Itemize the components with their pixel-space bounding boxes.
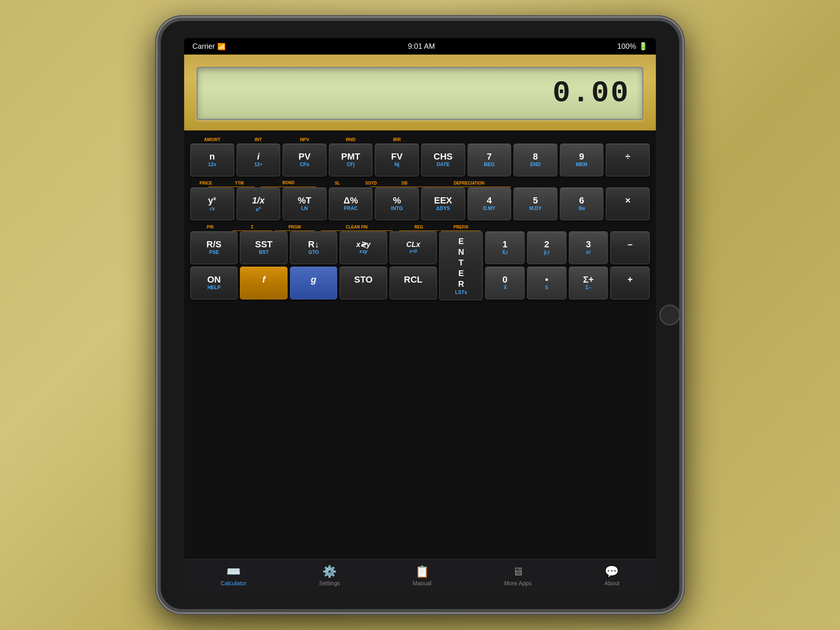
br3-pr: P/R xyxy=(190,223,230,231)
btn-eex[interactable]: EEX ΔDYS xyxy=(421,187,465,220)
label-amort: AMORT xyxy=(190,135,234,144)
btn-on[interactable]: ON HELP xyxy=(190,267,237,299)
battery-label: 100% xyxy=(617,42,636,51)
btn-enter-content: E N T E R xyxy=(458,236,464,289)
status-bar: Carrier 📶 9:01 AM 100% 🔋 xyxy=(184,38,656,55)
btn-enter[interactable]: E N T E R LSTx xyxy=(439,231,483,300)
btn-chs[interactable]: CHS DATE xyxy=(421,144,465,176)
btn-minus-main: – xyxy=(628,240,632,249)
btn-xy[interactable]: x≷y x≤y xyxy=(340,231,387,264)
btn-n[interactable]: n 12x xyxy=(190,144,234,176)
btn-yx[interactable]: yx √x xyxy=(190,187,234,220)
btn-0-sub: x̄ xyxy=(504,285,507,291)
home-button[interactable] xyxy=(660,305,680,325)
rows-3-4-right: 1 x̂,r 2 ŷ,r 3 n! xyxy=(485,231,650,300)
btn-5[interactable]: 5 M.DY xyxy=(514,187,557,220)
btn-0[interactable]: 0 x̄ xyxy=(485,267,525,299)
btn-rd[interactable]: R↓ GTO xyxy=(290,231,337,264)
empty-br1 xyxy=(518,179,549,187)
btn-div[interactable]: ÷ xyxy=(606,144,650,176)
btn-g[interactable]: g . xyxy=(290,267,337,299)
btn-8[interactable]: 8 END xyxy=(514,144,557,176)
btn-rcl-main: RCL xyxy=(404,275,422,284)
btn-sst[interactable]: SST BST xyxy=(240,231,287,264)
btn-pct[interactable]: %T LN xyxy=(283,187,326,220)
btn-sst-main: SST xyxy=(255,240,273,249)
btn-dot-sub: S xyxy=(545,285,548,291)
btn-i[interactable]: i 12÷ xyxy=(237,144,281,176)
empty-r3b xyxy=(525,223,565,231)
btn-dpct[interactable]: Δ% FRAC xyxy=(329,187,373,220)
btn-dot[interactable]: • S xyxy=(527,267,566,299)
bracket-db: DB xyxy=(389,179,420,187)
btn-6[interactable]: 6 x̄w xyxy=(560,187,604,220)
btn-chs-main: CHS xyxy=(434,152,452,161)
tab-settings[interactable]: ⚙️ Settings xyxy=(311,562,348,590)
btn-dot-main: • xyxy=(545,275,548,284)
empty-br3 xyxy=(585,179,616,187)
btn-clx-main: CLx xyxy=(406,241,420,248)
tab-settings-label: Settings xyxy=(319,580,340,587)
btn-f[interactable]: f . xyxy=(240,267,287,299)
btn-4-sub: D.MY xyxy=(483,206,495,212)
btn-pmt-main: PMT xyxy=(341,152,360,161)
btn-rcl[interactable]: RCL . xyxy=(390,267,437,299)
btn-plus[interactable]: + . xyxy=(610,267,650,299)
btn-1[interactable]: 1 x̂,r xyxy=(485,231,525,264)
btn-dpct-sub: FRAC xyxy=(344,206,357,212)
btn-eex-main: EEX xyxy=(434,196,452,205)
wifi-icon: 📶 xyxy=(217,43,226,50)
key-row-3-right: 1 x̂,r 2 ŷ,r 3 n! xyxy=(485,231,650,264)
btn-sst-sub: BST xyxy=(259,250,269,256)
label-empty1 xyxy=(421,135,465,144)
btn-percent[interactable]: % INTG xyxy=(375,187,419,220)
keyboard-section: AMORT INT NPV RND IRR n 12x xyxy=(184,130,656,559)
btn-fv[interactable]: FV Nj xyxy=(375,144,419,176)
btn-9-sub: MEM xyxy=(576,162,587,168)
btn-clx[interactable]: CLx x=0 xyxy=(390,231,437,264)
btn-pmt[interactable]: PMT CFj xyxy=(329,144,373,176)
btn-2[interactable]: 2 ŷ,r xyxy=(527,231,566,264)
btn-9-main: 9 xyxy=(579,152,584,161)
btn-sto[interactable]: STO . xyxy=(340,267,387,299)
btn-xy-main: x≷y xyxy=(356,241,370,248)
btn-3[interactable]: 3 n! xyxy=(569,231,608,264)
btn-rs[interactable]: R/S PSE xyxy=(190,231,237,264)
btn-g-main: g xyxy=(311,275,316,284)
row2-brackets: PRICE YTM BOND SL SOYD xyxy=(190,179,650,187)
btn-9[interactable]: 9 MEM xyxy=(560,144,604,176)
btn-4[interactable]: 4 D.MY xyxy=(468,187,511,220)
btn-7-main: 7 xyxy=(487,152,492,161)
rows-3-4-container: R/S PSE SST BST R↓ GTO xyxy=(190,231,650,300)
bracket-ytm: YTM xyxy=(224,179,255,187)
btn-1-sub: x̂,r xyxy=(502,250,508,256)
btn-yx-main: yx xyxy=(208,196,216,205)
btn-minus[interactable]: – . xyxy=(610,231,650,264)
tab-more-apps[interactable]: 🖥 More Apps xyxy=(496,562,540,590)
btn-mul-main: × xyxy=(625,196,630,205)
display-screen: 0.00 xyxy=(196,67,644,120)
btn-yx-sub: √x xyxy=(210,206,215,212)
tab-manual[interactable]: 📋 Manual xyxy=(404,562,440,590)
btn-7[interactable]: 7 BEG xyxy=(468,144,511,176)
btn-eex-sub: ΔDYS xyxy=(436,206,450,212)
btn-f-sub: . xyxy=(263,285,264,291)
btn-g-sub: . xyxy=(313,285,314,291)
btn-mul[interactable]: × xyxy=(606,187,650,220)
btn-on-main: ON xyxy=(207,275,221,284)
ipad-frame: Carrier 📶 9:01 AM 100% 🔋 0.00 xyxy=(158,18,682,612)
btn-pv[interactable]: PV CFo xyxy=(283,144,326,176)
tab-about[interactable]: 💬 About xyxy=(596,562,628,590)
tab-calculator[interactable]: ⌨️ Calculator xyxy=(212,562,255,590)
btn-i-sub: 12÷ xyxy=(254,162,262,168)
btn-percent-sub: INTG xyxy=(391,206,403,212)
btn-rd-sub: GTO xyxy=(308,250,319,256)
btn-sigmaplus[interactable]: Σ+ Σ– xyxy=(569,267,608,299)
btn-pmt-sub: CFj xyxy=(347,162,354,168)
btn-1x[interactable]: 1/x ex xyxy=(237,187,281,220)
calculator-app: 0.00 AMORT INT NPV RND IRR xyxy=(184,55,656,592)
more-apps-icon: 🖥 xyxy=(512,565,524,578)
btn-6-sub: x̄w xyxy=(578,206,585,212)
btn-plus-sub: . xyxy=(630,285,631,291)
btn-xy-sub: x≤y xyxy=(359,249,368,255)
